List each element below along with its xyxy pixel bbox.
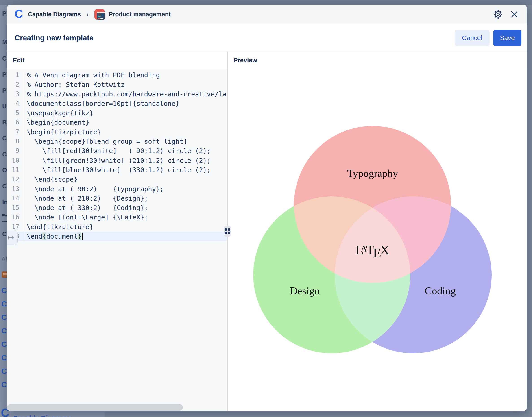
cancel-button[interactable]: Cancel: [455, 30, 489, 46]
line-number: 7: [7, 127, 24, 137]
code-line: 13 \node at ( 90:2) {Typography};: [7, 184, 227, 194]
line-number: 13: [7, 184, 24, 194]
code-line: 11 \fill[blue!30!white] (330:1.2) circle…: [7, 165, 227, 175]
indent-guide-button[interactable]: ↦: [7, 230, 18, 245]
sidebar-app-logo-icon: C: [1, 300, 7, 308]
maps-to-arrow-icon: ↦: [7, 233, 14, 242]
dialog-header: C Capable Diagrams › Product management: [7, 5, 527, 24]
code-line: 6\begin{document}: [7, 118, 227, 127]
sidebar-app-logo-icon: C: [1, 313, 7, 321]
line-number: 8: [7, 137, 24, 146]
code-text: \end{tikzpicture}: [24, 222, 93, 232]
code-line: 10 \fill[green!30!white] (210:1.2) circl…: [7, 156, 227, 165]
line-number: 12: [7, 175, 24, 184]
close-icon: [510, 10, 518, 18]
sidebar-app-logo-icon: C: [1, 354, 7, 361]
breadcrumb-chevron-icon: ›: [86, 11, 89, 18]
code-text: \node at ( 210:2) {Design};: [24, 194, 148, 203]
line-number: 10: [7, 156, 24, 165]
breadcrumb-app[interactable]: Capable Diagrams: [28, 11, 81, 18]
sidebar-app-logo-icon: C: [1, 367, 7, 375]
sidebar-app-logo-icon: C: [1, 287, 7, 294]
code-text: \begin{document}: [24, 118, 89, 127]
code-editor[interactable]: 1% A Venn diagram with PDF blending2% Au…: [7, 69, 227, 411]
edit-panel-label: Edit: [13, 52, 25, 69]
code-text: \fill[green!30!white] (210:1.2) circle (…: [24, 156, 211, 165]
code-line: 1% A Venn diagram with PDF blending: [7, 70, 227, 80]
close-button[interactable]: [509, 10, 519, 19]
page-title: Creating new template: [15, 34, 455, 42]
line-number: 11: [7, 165, 24, 175]
sidebar-app-logo-icon: C: [1, 340, 7, 348]
sidebar-app-logo-icon: C: [1, 381, 7, 388]
code-lines: 1% A Venn diagram with PDF blending2% Au…: [7, 69, 227, 241]
code-text: \documentclass[border=10pt]{standalone}: [24, 99, 180, 108]
code-line: 12 \end{scope}: [7, 175, 227, 184]
panel-headers: Edit Preview: [7, 52, 527, 69]
line-number: 14: [7, 194, 24, 203]
venn-label-typography: Typography: [347, 167, 398, 179]
latex-logo: LATEX: [355, 242, 390, 261]
code-line: 4\documentclass[border=10pt]{standalone}: [7, 99, 227, 108]
create-template-dialog: C Capable Diagrams › Product management: [7, 5, 527, 411]
line-number: 3: [7, 89, 24, 99]
code-text: % A Venn diagram with PDF blending: [24, 70, 160, 80]
code-text: % https://www.packtpub.com/hardware-and-…: [24, 89, 226, 99]
breadcrumb-page[interactable]: Product management: [109, 11, 171, 18]
line-number: 1: [7, 70, 24, 80]
code-line: 18\end{document}: [7, 232, 227, 241]
code-line: 16 \node [font=\Large] {\LaTeX};: [7, 213, 227, 222]
code-line: 9 \fill[red!30!white] ( 90:1.2) circle (…: [7, 146, 227, 156]
horizontal-scrollbar[interactable]: [7, 404, 183, 411]
venn-label-coding: Coding: [425, 285, 456, 297]
code-text: \usepackage{tikz}: [24, 108, 93, 118]
background-app-topbar: [0, 0, 532, 5]
sidebar-item-capable-diagrams: Capable Diagrams: [13, 414, 72, 417]
capable-diagrams-logo-icon: C: [15, 8, 23, 20]
venn-label-design: Design: [290, 285, 319, 297]
product-management-icon: [95, 9, 105, 20]
code-text: \node at ( 330:2) {Coding};: [24, 203, 148, 213]
code-text: \end{document}: [24, 232, 83, 241]
code-text: \fill[blue!30!white] (330:1.2) circle (2…: [24, 165, 211, 175]
venn-diagram: Typography Design Coding LATEX: [228, 69, 527, 411]
code-text: \end{scope}: [24, 175, 78, 184]
code-line: 14 \node at ( 210:2) {Design};: [7, 194, 227, 203]
line-number: 9: [7, 146, 24, 156]
code-text: \node [font=\Large] {\LaTeX};: [24, 213, 148, 222]
gear-icon: [493, 10, 503, 19]
dialog-content: 1% A Venn diagram with PDF blending2% Au…: [7, 69, 527, 411]
dialog-title-row: Creating new template Cancel Save: [7, 24, 527, 52]
code-line: 2% Author: Stefan Kottwitz: [7, 80, 227, 89]
line-number: 16: [7, 213, 24, 222]
background-sidebar-item: M: [2, 39, 7, 45]
code-line: 5\usepackage{tikz}: [7, 108, 227, 118]
sidebar-app-logo-icon: C: [1, 327, 7, 334]
preview-panel-label: Preview: [234, 52, 257, 69]
screen: { "backdrop": { "logo_letter": "C", "nav…: [0, 0, 532, 417]
code-line: 3% https://www.packtpub.com/hardware-and…: [7, 89, 227, 99]
code-text: \fill[red!30!white] ( 90:1.2) circle (2)…: [24, 146, 211, 156]
save-button[interactable]: Save: [493, 30, 521, 46]
panel-resize-handle[interactable]: [224, 226, 231, 237]
preview-panel: Typography Design Coding LATEX: [228, 69, 527, 411]
line-number: 5: [7, 108, 24, 118]
line-number: 4: [7, 99, 24, 108]
code-text: \begin{tikzpicture}: [24, 127, 101, 137]
settings-button[interactable]: [493, 10, 503, 19]
text-caret: [82, 233, 83, 240]
line-number: 15: [7, 203, 24, 213]
code-text: \node at ( 90:2) {Typography};: [24, 184, 164, 194]
code-line: 7\begin{tikzpicture}: [7, 127, 227, 137]
code-line: 17\end{tikzpicture}: [7, 222, 227, 232]
code-text: \begin{scope}[blend group = soft light]: [24, 137, 187, 146]
line-number: 6: [7, 118, 24, 127]
venn-circle-coding: [335, 196, 492, 353]
code-text: % Author: Stefan Kottwitz: [24, 80, 125, 89]
code-line: 15 \node at ( 330:2) {Coding};: [7, 203, 227, 213]
code-line: 8 \begin{scope}[blend group = soft light…: [7, 137, 227, 146]
line-number: 2: [7, 80, 24, 89]
